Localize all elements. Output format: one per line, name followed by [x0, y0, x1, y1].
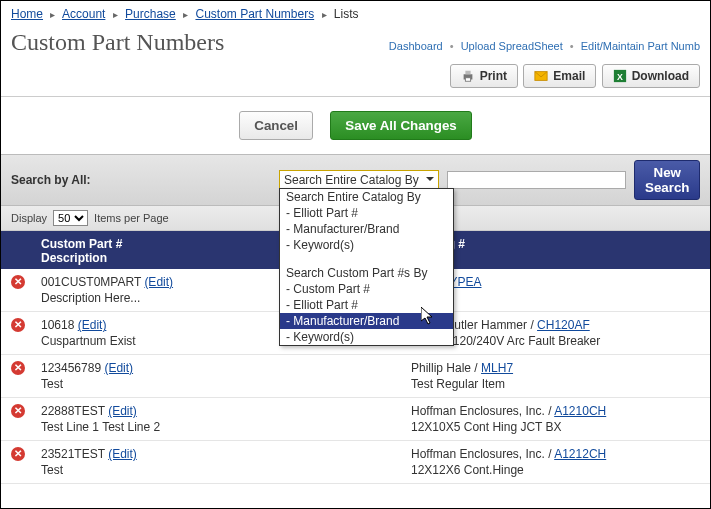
display-suffix: Items per Page — [94, 212, 169, 224]
catalog-link[interactable]: MLH7 — [481, 361, 513, 375]
svg-rect-2 — [465, 78, 470, 82]
delete-icon[interactable]: ✕ — [11, 404, 25, 418]
dropdown-opt-elliott-part[interactable]: - Elliott Part # — [280, 205, 453, 221]
crumb-sep: ▸ — [109, 9, 122, 20]
separator: / — [545, 404, 554, 418]
custom-part-number: 10618 — [41, 318, 78, 332]
row-description: Test Line 1 Test Line 2 — [41, 420, 411, 434]
dropdown-opt-manufacturer-2[interactable]: - Manufacturer/Brand — [280, 313, 453, 329]
top-links: Dashboard • Upload SpreadSheet • Edit/Ma… — [389, 40, 700, 56]
catalog-link[interactable]: CH120AF — [537, 318, 590, 332]
search-input[interactable] — [447, 171, 626, 189]
delete-icon[interactable]: ✕ — [11, 361, 25, 375]
table-row: ✕22888TEST (Edit)Test Line 1 Test Line 2… — [1, 398, 710, 441]
dot-sep: • — [446, 40, 458, 52]
custom-part-number: 22888TEST — [41, 404, 108, 418]
search-mode-dropdown[interactable]: Search Entire Catalog By - Elliott Part … — [279, 188, 454, 346]
custom-part-number: 23521TEST — [41, 447, 108, 461]
dot-sep: • — [566, 40, 578, 52]
separator: / — [527, 318, 537, 332]
breadcrumb: Home ▸ Account ▸ Purchase ▸ Custom Part … — [1, 1, 710, 23]
search-mode-select[interactable]: Search Entire Catalog By — [279, 170, 439, 190]
edit-link[interactable]: (Edit) — [78, 318, 107, 332]
dropdown-group-head-2: Search Custom Part #s By — [280, 265, 453, 281]
edit-link[interactable]: (Edit) — [144, 275, 173, 289]
link-upload-spreadsheet[interactable]: Upload SpreadSheet — [461, 40, 563, 52]
print-button[interactable]: Print — [450, 64, 518, 88]
display-label: Display — [11, 212, 47, 224]
email-button[interactable]: Email — [523, 64, 596, 88]
cancel-button[interactable]: Cancel — [239, 111, 313, 140]
envelope-icon — [534, 69, 548, 83]
print-label: Print — [480, 69, 507, 83]
col-custom-part: Custom Part # — [41, 237, 122, 251]
center-actions: Cancel Save All Changes — [1, 97, 710, 154]
table-row: ✕23521TEST (Edit)TestHoffman Enclosures,… — [1, 441, 710, 484]
printer-icon — [461, 69, 475, 83]
dropdown-group-head-1: Search Entire Catalog By — [280, 189, 453, 205]
separator: / — [545, 447, 554, 461]
page-title: Custom Part Numbers — [11, 29, 224, 56]
download-label: Download — [632, 69, 689, 83]
link-edit-maintain[interactable]: Edit/Maintain Part Numb — [581, 40, 700, 52]
search-label: Search by All: — [11, 173, 271, 187]
dropdown-opt-manufacturer[interactable]: - Manufacturer/Brand — [280, 221, 453, 237]
catalog-description: 12X10X5 Cont Hing JCT BX — [411, 420, 700, 434]
catalog-description: 1P 20A 120/240V Arc Fault Breaker — [411, 334, 700, 348]
table-row: ✕123456789 (Edit)TestPhillip Hale / MLH7… — [1, 355, 710, 398]
items-per-page-select[interactable]: 50 — [53, 210, 88, 226]
link-dashboard[interactable]: Dashboard — [389, 40, 443, 52]
crumb-purchase[interactable]: Purchase — [125, 7, 176, 21]
row-description: Test — [41, 463, 411, 477]
dropdown-opt-custom-part[interactable]: - Custom Part # — [280, 281, 453, 297]
crumb-sep: ▸ — [179, 9, 192, 20]
crumb-sep: ▸ — [318, 9, 331, 20]
crumb-custom-part-numbers[interactable]: Custom Part Numbers — [195, 7, 314, 21]
custom-part-number: 001CUST0MPART — [41, 275, 144, 289]
edit-link[interactable]: (Edit) — [104, 361, 133, 375]
new-search-button[interactable]: New Search — [634, 160, 700, 200]
dropdown-opt-keywords[interactable]: - Keyword(s) — [280, 237, 453, 253]
crumb-account[interactable]: Account — [62, 7, 105, 21]
crumb-lists: Lists — [334, 7, 359, 21]
delete-icon[interactable]: ✕ — [11, 447, 25, 461]
separator: / — [471, 361, 481, 375]
svg-text:X: X — [617, 72, 623, 82]
crumb-home[interactable]: Home — [11, 7, 43, 21]
delete-icon[interactable]: ✕ — [11, 318, 25, 332]
dropdown-opt-elliott-part-2[interactable]: - Elliott Part # — [280, 297, 453, 313]
catalog-link[interactable]: A1212CH — [554, 447, 606, 461]
delete-icon[interactable]: ✕ — [11, 275, 25, 289]
action-bar: Print Email X Download — [1, 58, 710, 97]
manufacturer-name: Phillip Hale — [411, 361, 471, 375]
edit-link[interactable]: (Edit) — [108, 404, 137, 418]
save-all-button[interactable]: Save All Changes — [330, 111, 471, 140]
search-mode-selected: Search Entire Catalog By — [284, 173, 419, 187]
svg-rect-1 — [465, 71, 470, 75]
dropdown-opt-keywords-2[interactable]: - Keyword(s) — [280, 329, 453, 345]
catalog-description: 12X12X6 Cont.Hinge — [411, 463, 700, 477]
email-label: Email — [553, 69, 585, 83]
crumb-sep: ▸ — [46, 9, 59, 20]
edit-link[interactable]: (Edit) — [108, 447, 137, 461]
search-bar: Search by All: Search Entire Catalog By … — [1, 154, 710, 206]
download-button[interactable]: X Download — [602, 64, 700, 88]
custom-part-number: 123456789 — [41, 361, 104, 375]
catalog-description: Test Regular Item — [411, 377, 700, 391]
catalog-link[interactable]: A1210CH — [554, 404, 606, 418]
manufacturer-name: Hoffman Enclosures, Inc. — [411, 404, 545, 418]
manufacturer-name: Hoffman Enclosures, Inc. — [411, 447, 545, 461]
excel-icon: X — [613, 69, 627, 83]
row-description: Test — [41, 377, 411, 391]
